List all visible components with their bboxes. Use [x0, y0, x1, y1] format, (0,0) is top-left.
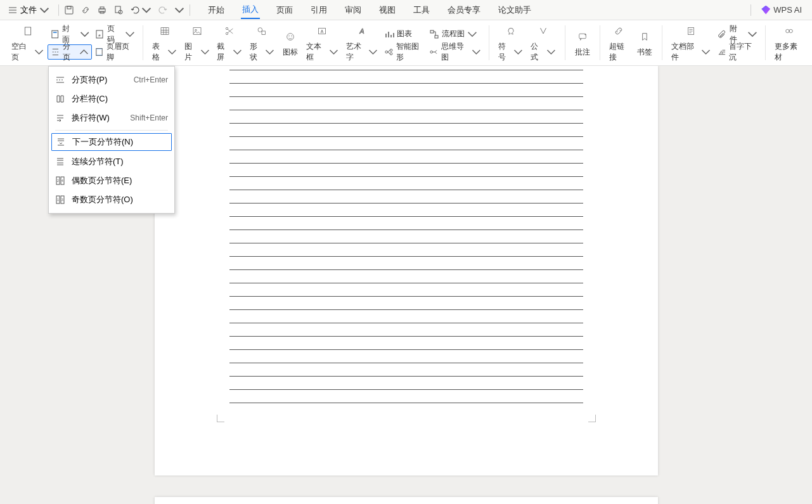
table-icon [160, 26, 170, 36]
tab-start[interactable]: 开始 [207, 2, 226, 18]
chevron-down-icon [472, 47, 481, 57]
print-button[interactable] [97, 5, 107, 15]
redo-icon [158, 5, 168, 15]
undo-icon [130, 5, 140, 15]
page-number-button[interactable]: # 页码 [92, 27, 138, 42]
screenshot-button[interactable]: 截屏 [213, 22, 245, 64]
svg-rect-16 [161, 28, 169, 35]
dd-continuous-section[interactable]: 连续分节符(T) [49, 152, 174, 171]
odd-page-section-icon: 13 [55, 195, 65, 205]
flowchart-button[interactable]: 流程图 [427, 27, 484, 42]
tab-paper-helper[interactable]: 论文助手 [497, 2, 532, 18]
comment-icon: + [577, 32, 588, 42]
svg-rect-33 [435, 36, 438, 38]
document-page[interactable] [155, 66, 658, 475]
share-button[interactable] [81, 5, 91, 15]
doc-parts-label: 文档部件 [671, 41, 700, 63]
save-button[interactable] [64, 5, 74, 15]
smart-graphic-button[interactable]: 智能图形 [382, 44, 427, 60]
svg-text:#: # [98, 33, 101, 37]
bookmark-icon [640, 32, 650, 42]
scissors-icon [224, 26, 235, 36]
tab-view[interactable]: 视图 [378, 2, 397, 18]
attachment-button[interactable]: 附件 [714, 27, 760, 42]
separator [58, 4, 59, 16]
svg-rect-14 [96, 48, 102, 49]
symbol-button[interactable]: 符号 [494, 22, 527, 64]
chevron-down-icon [167, 47, 177, 57]
equation-button[interactable]: 公式 [527, 22, 559, 64]
textbox-button[interactable]: A 文本框 [302, 22, 342, 64]
drop-cap-button[interactable]: A 首字下沉 [714, 44, 760, 60]
mindmap-button[interactable]: 思维导图 [427, 44, 484, 60]
blank-page-button[interactable]: 空白页 [8, 22, 48, 64]
chevron-down-icon [368, 47, 378, 57]
svg-rect-8 [25, 27, 30, 35]
redo-button[interactable] [158, 5, 168, 15]
file-menu-button[interactable]: 文件 [4, 3, 53, 17]
tab-member[interactable]: 会员专享 [446, 2, 482, 18]
blank-page-label: 空白页 [11, 41, 33, 63]
ribbon-group-symbols: 符号 公式 [489, 22, 564, 64]
dd-column-break[interactable]: 分栏符(C) [49, 89, 174, 108]
cover-icon [50, 29, 60, 39]
save-icon [64, 5, 74, 15]
tab-review[interactable]: 审阅 [344, 2, 363, 18]
svg-text:4: 4 [61, 179, 63, 183]
header-footer-button[interactable]: 页眉页脚 [92, 44, 138, 60]
svg-point-30 [390, 49, 392, 51]
dd-line-break[interactable]: 换行符(W) Shift+Enter [49, 108, 174, 127]
cover-button[interactable]: 封面 [48, 27, 92, 42]
qat-customize[interactable] [174, 5, 184, 15]
chevron-down-icon [34, 47, 44, 57]
dd-next-page-section[interactable]: 下一页分节符(N) [51, 133, 172, 151]
picture-button[interactable]: 图片 [181, 22, 213, 64]
print-preview-button[interactable] [113, 5, 124, 15]
wps-ai-button[interactable]: WPS AI [761, 5, 802, 15]
doc-parts-button[interactable]: 文档部件 [667, 22, 714, 64]
textbox-icon: A [317, 26, 327, 36]
table-button[interactable]: 表格 [148, 22, 181, 64]
svg-rect-22 [262, 31, 265, 34]
screenshot-label: 截屏 [217, 41, 231, 63]
ribbon-col-flow: 流程图 思维导图 [427, 27, 484, 60]
ribbon-col-page-setup: 封面 分页 [48, 27, 92, 60]
svg-point-24 [288, 36, 289, 36]
undo-button[interactable] [130, 5, 151, 15]
shape-label: 形状 [250, 41, 264, 63]
comment-button[interactable]: + 批注 [570, 27, 595, 59]
dd-page-break[interactable]: 分页符(P) Ctrl+Enter [49, 70, 174, 89]
dd-even-page-section[interactable]: 24 偶数页分节符(E) [49, 171, 174, 190]
icon-button[interactable]: 图标 [278, 27, 302, 59]
svg-point-18 [195, 29, 197, 31]
dd-continuous-section-label: 连续分节符(T) [72, 156, 124, 167]
tab-reference[interactable]: 引用 [309, 2, 328, 18]
tab-insert[interactable]: 插入 [241, 1, 260, 19]
chevron-down-icon [701, 47, 711, 57]
svg-point-21 [258, 28, 262, 32]
svg-point-40 [789, 29, 792, 32]
top-bar: 文件 开始 插入 页面 引用 审阅 视图 工具 会员专享 论文助手 WPS AI [0, 0, 812, 20]
tab-page[interactable]: 页面 [275, 2, 294, 18]
dd-line-break-shortcut: Shift+Enter [130, 113, 168, 122]
dd-odd-page-section[interactable]: 13 奇数页分节符(O) [49, 190, 174, 209]
line-break-icon [55, 113, 65, 123]
bookmark-button[interactable]: 书签 [633, 27, 657, 59]
shape-button[interactable]: 形状 [246, 22, 278, 64]
hyperlink-label: 超链接 [609, 41, 629, 63]
picture-icon [192, 26, 202, 36]
wordart-button[interactable]: A 艺术字 [342, 22, 382, 64]
svg-rect-0 [65, 6, 73, 14]
document-page[interactable] [155, 497, 658, 504]
page-number-icon: # [94, 29, 105, 39]
chart-button[interactable]: 图表 [382, 27, 427, 42]
hyperlink-button[interactable]: 超链接 [605, 22, 633, 64]
symbol-label: 符号 [498, 41, 512, 63]
svg-text:A: A [321, 29, 324, 34]
bookmark-label: 书签 [637, 47, 652, 58]
equation-label: 公式 [531, 41, 545, 63]
page-break-button[interactable]: 分页 [48, 44, 92, 60]
shape-icon [257, 26, 267, 36]
more-material-button[interactable]: 更多素材 [771, 22, 807, 64]
tab-tools[interactable]: 工具 [412, 2, 431, 18]
